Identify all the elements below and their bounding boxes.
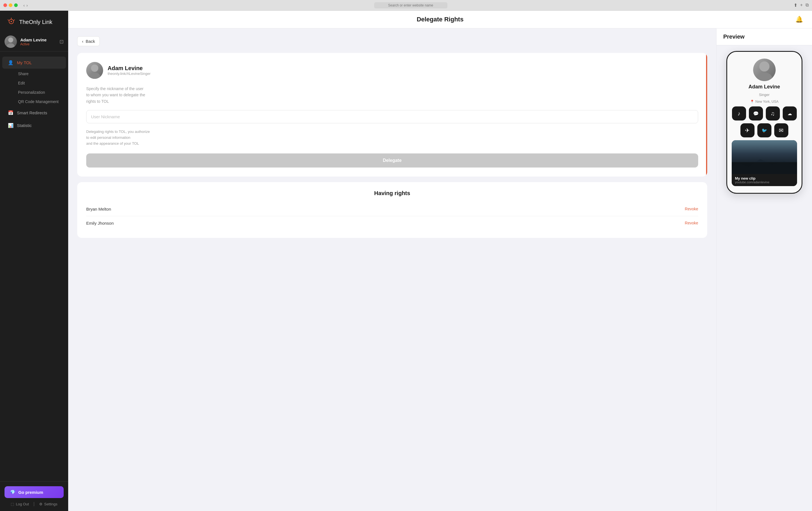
- phone-icons-row-1: ♪ 💬 ♫ ☁: [732, 107, 797, 120]
- phone-location: 📍 New York, USA: [750, 100, 779, 103]
- sidebar-item-share[interactable]: Share: [14, 69, 66, 78]
- phone-icon-discord[interactable]: 💬: [749, 107, 763, 120]
- phone-icons-row-2: ✈ 🐦 ✉: [741, 123, 788, 138]
- revoke-button-0[interactable]: Revoke: [685, 207, 698, 211]
- phone-icon-music[interactable]: ♪: [732, 107, 746, 120]
- titlebar-center: [30, 2, 791, 8]
- delegate-button[interactable]: Delegate: [86, 153, 698, 168]
- preview-panel: Preview Adam Levine Singer: [716, 28, 812, 511]
- close-button[interactable]: [3, 3, 7, 7]
- logo-text: TheOnly Link: [19, 19, 52, 25]
- content-area: ‹ Back Adam Levine t: [68, 28, 812, 511]
- svg-line-3: [13, 20, 14, 21]
- phone-clip-url: youtube.com/adamlevine: [735, 180, 794, 184]
- content-main: ‹ Back Adam Levine t: [68, 28, 716, 511]
- phone-icon-spotify[interactable]: ♫: [766, 107, 780, 120]
- log-out-link[interactable]: ⬚ Log Out: [11, 502, 29, 506]
- rights-title: Having rights: [86, 190, 698, 197]
- revoke-button-1[interactable]: Revoke: [685, 221, 698, 225]
- preview-body: Adam Levine Singer 📍 New York, USA ♪ 💬 ♫…: [717, 45, 812, 511]
- delegate-card: Adam Levine theonly.link/ALevineSinger S…: [77, 53, 707, 177]
- settings-icon: ⚙: [39, 502, 42, 506]
- forward-nav-button[interactable]: ›: [27, 3, 28, 8]
- back-button[interactable]: ‹ Back: [77, 36, 100, 46]
- footer-links: ⬚ Log Out | ⚙ Settings: [4, 502, 64, 507]
- user-status: Active: [20, 42, 56, 46]
- phone-icon-soundcloud[interactable]: ☁: [783, 107, 797, 120]
- phone-mockup: Adam Levine Singer 📍 New York, USA ♪ 💬 ♫…: [726, 51, 803, 194]
- sidebar-item-edit[interactable]: Edit: [14, 79, 66, 88]
- phone-clip[interactable]: My new clip youtube.com/adamlevine: [732, 140, 797, 186]
- sidebar-logo: TheOnly Link: [0, 11, 68, 32]
- go-premium-button[interactable]: 💎 Go premium: [4, 486, 64, 498]
- phone-clip-title: My new clip: [735, 176, 794, 180]
- settings-link[interactable]: ⚙ Settings: [39, 502, 57, 506]
- sidebar: TheOnly Link Adam Levine Active ⊡ 👤 My T…: [0, 11, 68, 511]
- svg-point-8: [89, 72, 100, 79]
- sidebar-item-my-tol[interactable]: 👤 My TOL: [2, 57, 66, 69]
- sidebar-user: Adam Levine Active ⊡: [0, 32, 68, 52]
- sidebar-nav: 👤 My TOL Share Edit Personalization QR C…: [0, 54, 68, 481]
- page-header: Delegate Rights 🔔: [68, 11, 812, 28]
- sidebar-item-statistic[interactable]: 📊 Statistic: [2, 119, 66, 131]
- diamond-icon: 💎: [10, 490, 16, 495]
- app-container: TheOnly Link Adam Levine Active ⊡ 👤 My T…: [0, 11, 812, 511]
- titlebar-nav: ‹ ›: [23, 3, 28, 8]
- rights-person-name-1: Emily Jhonson: [86, 221, 114, 226]
- rights-person-name-0: Bryan Melton: [86, 207, 111, 211]
- instagram-icon[interactable]: ⊡: [59, 38, 64, 45]
- user-nickname-input[interactable]: [86, 110, 698, 123]
- card-user-name: Adam Levine: [108, 65, 150, 71]
- rights-item-0: Bryan Melton Revoke: [86, 202, 698, 216]
- titlebar-actions: ⬆ + ⧉: [794, 3, 809, 8]
- footer-divider: |: [33, 502, 35, 507]
- phone-name: Adam Levine: [748, 84, 780, 90]
- svg-point-5: [8, 37, 13, 42]
- sidebar-item-qr-code[interactable]: QR Code Management: [14, 97, 66, 106]
- svg-point-6: [7, 43, 14, 48]
- maximize-button[interactable]: [14, 3, 18, 7]
- sidebar-item-personalization[interactable]: Personalization: [14, 88, 66, 97]
- phone-icon-email[interactable]: ✉: [774, 123, 788, 138]
- tabs-icon: ⧉: [806, 3, 809, 8]
- traffic-lights: [3, 3, 18, 7]
- phone-icon-telegram[interactable]: ✈: [741, 123, 755, 138]
- new-tab-icon: +: [800, 3, 803, 8]
- minimize-button[interactable]: [9, 3, 12, 7]
- chevron-left-icon: ‹: [82, 39, 83, 43]
- card-description: Specify the nickname of the user to whom…: [86, 86, 698, 104]
- phone-role: Singer: [759, 93, 770, 97]
- svg-point-10: [757, 72, 772, 81]
- logo-icon: [6, 18, 17, 27]
- share-icon: ⬆: [794, 3, 798, 8]
- phone-clip-image: [732, 140, 797, 174]
- sidebar-item-smart-redirects[interactable]: 📅 Smart Redirects: [2, 107, 66, 119]
- svg-point-7: [91, 64, 98, 72]
- person-icon: 👤: [8, 60, 13, 65]
- card-user-row: Adam Levine theonly.link/ALevineSinger: [86, 62, 698, 79]
- card-user-link: theonly.link/ALevineSinger: [108, 71, 150, 76]
- card-user-info: Adam Levine theonly.link/ALevineSinger: [108, 65, 150, 76]
- user-name: Adam Levine: [20, 37, 56, 42]
- phone-clip-info: My new clip youtube.com/adamlevine: [732, 174, 797, 186]
- notification-bell-icon[interactable]: 🔔: [795, 16, 803, 23]
- svg-point-4: [11, 21, 12, 22]
- my-tol-submenu: Share Edit Personalization QR Code Manag…: [0, 69, 68, 106]
- delegate-note: Delegating rights to TOL, you authorize …: [86, 129, 698, 146]
- back-nav-button[interactable]: ‹: [23, 3, 25, 8]
- phone-icon-twitter[interactable]: 🐦: [757, 123, 772, 138]
- rights-card: Having rights Bryan Melton Revoke Emily …: [77, 182, 707, 238]
- rights-item-1: Emily Jhonson Revoke: [86, 216, 698, 230]
- phone-avatar: [753, 59, 776, 81]
- titlebar-search-input[interactable]: [374, 2, 447, 8]
- logout-icon: ⬚: [11, 502, 14, 506]
- location-icon: 📍: [750, 100, 754, 103]
- chart-icon: 📊: [8, 123, 13, 128]
- calendar-icon: 📅: [8, 110, 13, 115]
- main-content: Delegate Rights 🔔 ‹ Back: [68, 11, 812, 511]
- preview-header: Preview: [717, 28, 812, 45]
- svg-line-2: [8, 20, 9, 21]
- svg-point-9: [759, 61, 770, 71]
- sidebar-footer: 💎 Go premium ⬚ Log Out | ⚙ Settings: [0, 481, 68, 511]
- titlebar: ‹ › ⬆ + ⧉: [0, 0, 812, 11]
